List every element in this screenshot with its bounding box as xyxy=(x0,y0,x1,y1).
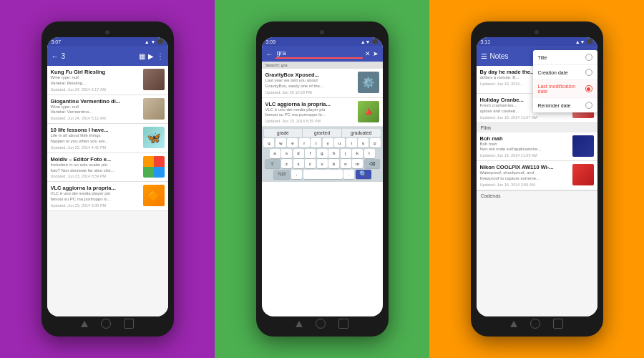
key-q[interactable]: q xyxy=(263,138,274,147)
play-icon-1[interactable]: ▶ xyxy=(148,52,154,60)
background-left: 3:07 ▲ ▼ ⬛ ← 3 ▦ ▶ ⋮ Kung Fu Girl Rie xyxy=(0,0,215,358)
list-item[interactable]: 10 life lessons I have... Life is all ab… xyxy=(47,124,168,153)
key-z[interactable]: z xyxy=(281,159,292,168)
note-body: Life is all about little thingshappen to… xyxy=(51,133,140,145)
radio-creation[interactable] xyxy=(585,69,592,76)
list-item[interactable]: VLC aggiorna la propria... VLC è uno dei… xyxy=(47,182,168,211)
home-nav-2[interactable] xyxy=(316,319,326,329)
key-space[interactable] xyxy=(303,170,343,179)
search-clear-icon[interactable]: ✕ xyxy=(365,50,371,57)
back-button-1[interactable]: ← xyxy=(52,52,59,60)
search-input[interactable] xyxy=(275,49,363,59)
key-r[interactable]: r xyxy=(299,138,310,147)
note-text: GravityBox Xposed... Last year we told y… xyxy=(265,72,355,95)
list-item[interactable]: Giogantinu Vermentino di... Wine type: n… xyxy=(47,95,168,125)
key-p[interactable]: p xyxy=(370,138,381,147)
key-j[interactable]: j xyxy=(341,149,351,158)
key-b[interactable]: b xyxy=(328,159,339,168)
sort-label-title: Title xyxy=(538,55,547,60)
list-item[interactable]: GravityBox Xposed... Last year we told y… xyxy=(262,69,383,98)
recent-nav-1[interactable] xyxy=(124,319,134,329)
list-item[interactable]: VLC aggiorna la propria... VLC è uno dei… xyxy=(262,98,383,127)
battery-icon-3: ⬛ xyxy=(587,39,593,44)
list-item[interactable]: Kung Fu Girl Riesling Wine type: nullVar… xyxy=(47,66,168,95)
key-x[interactable]: x xyxy=(293,159,304,168)
key-g[interactable]: g xyxy=(317,149,328,158)
note-date: Updated: Jun 22, 2014 4:41 PM xyxy=(51,145,140,150)
back-nav-2[interactable] xyxy=(296,321,303,327)
search-hint: Search: gra xyxy=(262,62,383,69)
note-thumb xyxy=(572,135,594,157)
suggestion-granted[interactable]: granted xyxy=(303,129,342,137)
note-body: Waterproof, shockproof, andfreezproof to… xyxy=(480,170,570,182)
home-nav-3[interactable] xyxy=(530,319,540,329)
note-date: Updated: Jan 26 10:29 PM xyxy=(265,90,355,95)
back-nav-3[interactable] xyxy=(510,321,517,327)
sort-label-modification: Last modification date xyxy=(538,84,585,94)
key-o[interactable]: o xyxy=(358,138,369,147)
list-item[interactable]: Nikon COOLPIX AW110 Wi-... Waterproof, s… xyxy=(477,161,597,190)
key-m[interactable]: m xyxy=(352,159,363,168)
sort-item-reminder[interactable]: Reminder date xyxy=(533,98,597,112)
key-d[interactable]: d xyxy=(293,149,304,158)
search-results: Search: gra GravityBox Xposed... Last ye… xyxy=(262,62,383,127)
phone-bottom-2 xyxy=(262,316,383,331)
signal-icon-1: ▲ xyxy=(145,39,150,44)
grid-icon-1[interactable]: ▦ xyxy=(139,52,145,60)
key-v[interactable]: v xyxy=(317,159,328,168)
sort-item-title[interactable]: Title xyxy=(533,50,597,65)
radio-title[interactable] xyxy=(585,54,592,61)
key-s[interactable]: s xyxy=(281,149,292,158)
back-nav-1[interactable] xyxy=(81,321,88,327)
note-title: Boh mah xyxy=(480,135,570,142)
key-n[interactable]: n xyxy=(341,159,351,168)
phone-bottom-3 xyxy=(477,316,597,331)
note-title: Kung Fu Girl Riesling xyxy=(51,69,140,75)
key-l[interactable]: l xyxy=(364,149,375,158)
suggestion-grade[interactable]: grade xyxy=(264,129,303,137)
note-body: Boh mahNon età male sull'applicazione... xyxy=(480,142,570,153)
phone-top-2 xyxy=(262,27,383,37)
key-shift[interactable]: ⇧ xyxy=(265,159,280,168)
radio-modification[interactable] xyxy=(585,85,592,92)
key-k[interactable]: k xyxy=(352,149,363,158)
key-search[interactable]: 🔍 xyxy=(356,170,371,179)
recent-nav-2[interactable] xyxy=(338,319,348,329)
key-a[interactable]: a xyxy=(270,149,280,158)
radio-reminder[interactable] xyxy=(585,102,592,109)
key-e[interactable]: e xyxy=(287,138,298,147)
note-title: VLC aggiorna la propria... xyxy=(265,101,355,107)
key-backspace[interactable]: ⌫ xyxy=(364,159,380,168)
home-nav-1[interactable] xyxy=(101,319,111,329)
note-thumb: 🦋 xyxy=(143,127,165,148)
key-123[interactable]: ?123 xyxy=(273,170,291,179)
note-date: Updated: Jun 24, 2014 5:11 AM xyxy=(51,116,140,120)
key-t[interactable]: t xyxy=(311,138,321,147)
list-item[interactable]: Moldiv – Editor Foto e... Includere in u… xyxy=(47,153,168,183)
note-title: VLC aggiorna la propria... xyxy=(51,185,140,191)
search-back-button[interactable]: ← xyxy=(266,50,273,58)
note-text: Moldiv – Editor Foto e... Includere in u… xyxy=(51,156,140,179)
sort-overlay: Title Creation date Last modification da… xyxy=(533,50,597,112)
sort-item-creation[interactable]: Creation date xyxy=(533,65,597,80)
key-c[interactable]: c xyxy=(305,159,316,168)
menu-icon-3[interactable]: ☰ xyxy=(481,52,487,60)
key-comma[interactable]: , xyxy=(291,170,302,179)
note-text: VLC aggiorna la propria... VLC è uno dei… xyxy=(51,185,140,208)
note-text: Boh mah Boh mahNon età male sull'applica… xyxy=(480,135,570,158)
key-w[interactable]: w xyxy=(275,138,286,147)
key-y[interactable]: y xyxy=(323,138,333,147)
recent-nav-3[interactable] xyxy=(553,319,563,329)
list-item[interactable]: Boh mah Boh mahNon età male sull'applica… xyxy=(477,132,597,162)
suggestion-graduated[interactable]: graduated xyxy=(342,129,381,137)
key-i[interactable]: i xyxy=(346,138,357,147)
sort-item-modification[interactable]: Last modification date xyxy=(533,80,597,98)
key-period[interactable]: . xyxy=(343,170,354,179)
app-bar-title-1: 3 xyxy=(62,52,136,60)
key-h[interactable]: h xyxy=(328,149,339,158)
note-title: Moldiv – Editor Foto e... xyxy=(51,156,140,163)
overflow-icon-1[interactable]: ⋮ xyxy=(157,52,164,60)
key-u[interactable]: u xyxy=(334,138,345,147)
search-confirm-icon[interactable]: ➤ xyxy=(373,50,379,57)
key-f[interactable]: f xyxy=(305,149,316,158)
